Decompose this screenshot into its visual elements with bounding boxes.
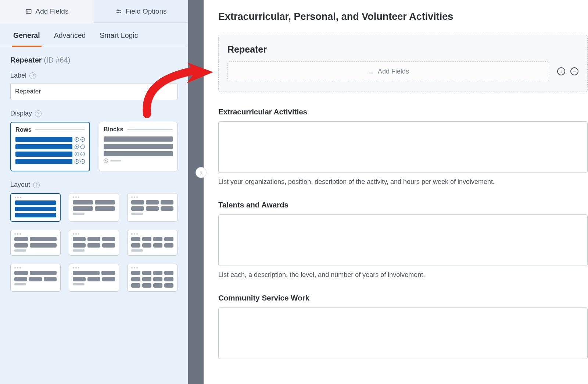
label-input[interactable] (10, 83, 178, 100)
layout-option-6[interactable] (127, 230, 178, 256)
display-option-rows[interactable]: Rows +− +− +− +− (10, 122, 90, 171)
repeater-field[interactable]: Repeater Add Fields + − (218, 35, 588, 92)
layout-option-4[interactable] (10, 230, 61, 256)
repeater-title: Repeater (227, 44, 578, 55)
collapse-button[interactable]: ‹ (196, 167, 207, 178)
layout-option-9[interactable] (127, 264, 178, 292)
layout-option-1[interactable] (10, 193, 61, 222)
layout-option-5[interactable] (69, 230, 119, 256)
subtab-advanced[interactable]: Advanced (53, 31, 87, 47)
help-icon[interactable]: ? (35, 110, 42, 117)
field-header: Repeater (ID #64) (10, 56, 178, 64)
add-fields-icon (25, 8, 32, 15)
tab-field-options-label: Field Options (126, 7, 167, 15)
layout-option-3[interactable] (127, 193, 178, 222)
layout-label: Layout ? (10, 181, 178, 189)
field-label: Talents and Awards (218, 200, 588, 209)
layout-option-8[interactable] (69, 264, 119, 292)
svg-point-6 (119, 12, 120, 13)
layout-option-7[interactable] (10, 264, 61, 292)
field-extracurricular[interactable]: Extracurricular Activities List your org… (218, 107, 588, 186)
field-header-id: (ID #64) (44, 56, 70, 64)
field-community-service[interactable]: Community Service Work (218, 294, 588, 360)
panel-divider[interactable]: ‹ (188, 0, 204, 384)
subtab-general[interactable]: General (12, 31, 42, 47)
field-label: Extracurricular Activities (218, 107, 588, 116)
textarea-input[interactable] (218, 214, 588, 266)
tab-field-options[interactable]: Field Options (94, 0, 188, 23)
svg-point-4 (117, 10, 118, 11)
field-description: List each, a description, the level, and… (218, 271, 588, 279)
display-label: Display ? (10, 110, 178, 117)
tab-add-fields-label: Add Fields (36, 7, 69, 15)
help-icon[interactable]: ? (29, 72, 36, 79)
add-row-button[interactable]: + (557, 67, 565, 75)
field-description: List your organizations, position, descr… (218, 178, 588, 186)
label-label: Label ? (10, 72, 178, 79)
textarea-input[interactable] (218, 307, 588, 359)
field-talents[interactable]: Talents and Awards List each, a descript… (218, 200, 588, 279)
download-icon (368, 68, 374, 75)
add-fields-dropzone[interactable]: Add Fields (227, 61, 549, 81)
display-option-blocks[interactable]: Blocks + (99, 122, 178, 171)
field-header-name: Repeater (10, 56, 42, 64)
textarea-input[interactable] (218, 121, 588, 173)
remove-row-button[interactable]: − (570, 67, 578, 75)
subtab-smart-logic[interactable]: Smart Logic (98, 31, 139, 47)
sliders-icon (115, 8, 122, 15)
field-label: Community Service Work (218, 294, 588, 302)
help-icon[interactable]: ? (33, 182, 40, 188)
layout-option-2[interactable] (69, 193, 119, 222)
page-title: Extracurricular, Personal, and Volunteer… (218, 11, 588, 22)
tab-add-fields[interactable]: Add Fields (0, 0, 94, 23)
